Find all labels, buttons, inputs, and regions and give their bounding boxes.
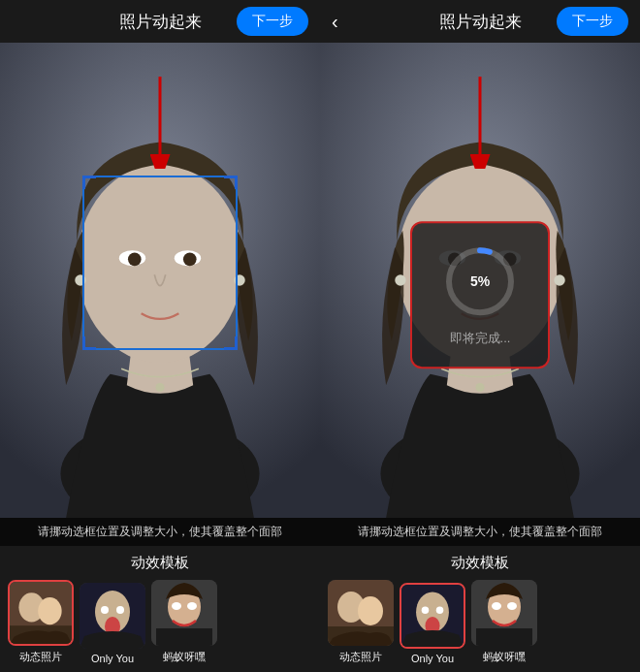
right-panel: ‹ 照片动起来 下一步 xyxy=(320,0,640,672)
right-hint: 请挪动选框位置及调整大小，使其覆盖整个面部 xyxy=(320,518,640,546)
left-templates-title: 动效模板 xyxy=(0,554,320,572)
svg-point-51 xyxy=(492,602,501,610)
right-template-label-1: 动态照片 xyxy=(339,650,382,664)
right-photo-bg: 5% 即将完成... xyxy=(320,43,640,518)
right-templates-title: 动效模板 xyxy=(320,554,640,572)
left-header: 照片动起来 下一步 xyxy=(0,0,320,43)
svg-rect-53 xyxy=(476,628,532,646)
corner-tl xyxy=(82,176,96,189)
right-template-thumb-1 xyxy=(328,580,394,646)
svg-point-7 xyxy=(155,383,164,392)
right-next-button[interactable]: 下一步 xyxy=(557,7,628,36)
left-title: 照片动起来 xyxy=(119,11,202,33)
left-template-face-2 xyxy=(80,583,145,649)
svg-point-46 xyxy=(422,607,430,615)
svg-point-23 xyxy=(172,602,181,610)
left-template-onlyyou[interactable]: Only You xyxy=(80,583,145,664)
right-back-icon[interactable]: ‹ xyxy=(332,11,338,33)
right-photo-area: 5% 即将完成... xyxy=(320,43,640,518)
left-next-button[interactable]: 下一步 xyxy=(237,7,308,36)
progress-label: 即将完成... xyxy=(450,330,511,347)
left-panel: 照片动起来 下一步 xyxy=(0,0,320,672)
right-template-face-2 xyxy=(401,585,464,647)
svg-point-47 xyxy=(436,607,444,615)
svg-point-33 xyxy=(475,383,484,392)
left-template-face-1 xyxy=(10,582,72,644)
right-templates-row: 动态照片 Only You xyxy=(320,580,640,664)
left-photo-area xyxy=(0,43,320,518)
right-header: ‹ 照片动起来 下一步 xyxy=(320,0,640,43)
left-template-face-3 xyxy=(151,580,217,646)
right-template-face-1 xyxy=(328,580,394,646)
svg-point-42 xyxy=(358,596,383,625)
right-template-onlyyou[interactable]: Only You xyxy=(400,583,465,664)
left-selection-box[interactable] xyxy=(82,176,238,350)
svg-point-18 xyxy=(101,606,109,614)
right-progress-ring: 5% xyxy=(441,242,519,320)
svg-point-14 xyxy=(38,597,61,624)
progress-percent: 5% xyxy=(470,273,490,289)
right-template-face-3 xyxy=(471,580,537,646)
left-hint: 请挪动选框位置及调整大小，使其覆盖整个面部 xyxy=(0,518,320,546)
svg-point-24 xyxy=(187,602,197,610)
svg-rect-25 xyxy=(156,628,212,646)
svg-point-35 xyxy=(554,274,564,285)
corner-tr xyxy=(224,176,238,189)
corner-br xyxy=(224,336,238,350)
left-template-mayiya[interactable]: 蚂蚁呀嘿 xyxy=(151,580,217,664)
right-templates-section: 动效模板 动态照片 xyxy=(320,546,640,672)
right-template-thumb-3 xyxy=(471,580,537,646)
left-templates-row: 动态照片 Only You xyxy=(0,580,320,664)
svg-point-19 xyxy=(116,606,124,614)
right-progress-overlay: 5% 即将完成... xyxy=(410,221,550,368)
left-template-thumb-2 xyxy=(80,583,145,649)
left-template-label-3: 蚂蚁呀嘿 xyxy=(163,650,206,664)
right-template-dongzhao[interactable]: 动态照片 xyxy=(328,580,394,664)
left-template-thumb-3 xyxy=(151,580,217,646)
right-title: 照片动起来 xyxy=(439,11,522,33)
left-templates-section: 动效模板 动态照片 xyxy=(0,546,320,672)
left-photo-bg xyxy=(0,43,320,518)
left-template-dongzhao[interactable]: 动态照片 xyxy=(8,580,74,664)
svg-point-34 xyxy=(395,274,405,285)
left-template-label-2: Only You xyxy=(91,653,134,664)
left-template-thumb-1 xyxy=(8,580,74,646)
svg-point-52 xyxy=(507,602,517,610)
right-template-label-3: 蚂蚁呀嘿 xyxy=(483,650,526,664)
corner-bl xyxy=(82,336,96,350)
right-template-label-2: Only You xyxy=(411,653,454,664)
right-template-thumb-2 xyxy=(400,583,465,649)
right-template-mayiya[interactable]: 蚂蚁呀嘿 xyxy=(471,580,537,664)
left-template-label-1: 动态照片 xyxy=(19,650,62,664)
